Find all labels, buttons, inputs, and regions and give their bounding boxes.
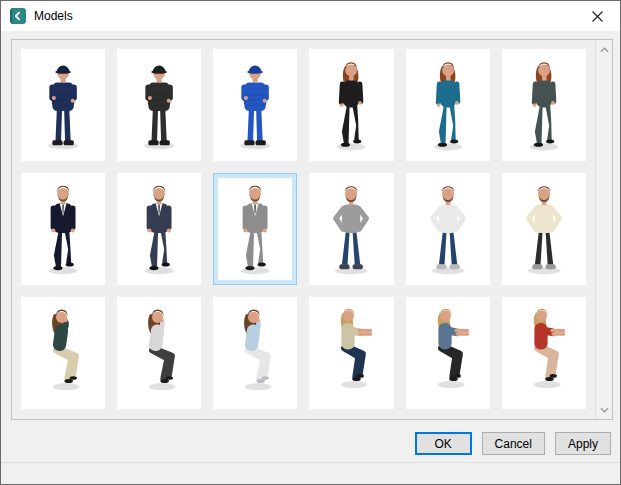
model-thumbnail-woman-sitting-teal-top[interactable]: [21, 297, 105, 409]
model-figure: [218, 54, 292, 156]
model-figure: [122, 54, 196, 156]
model-thumbnail-man-casual-white-sweater[interactable]: [406, 173, 490, 285]
scroll-down-icon[interactable]: [596, 401, 612, 418]
footer-divider: [1, 462, 620, 463]
model-grid: [12, 40, 595, 419]
model-figure: [411, 302, 485, 404]
model-thumbnail-man-suit-navy[interactable]: [117, 173, 201, 285]
scroll-up-icon[interactable]: [596, 41, 612, 58]
model-thumbnail-woman-sitting-beige-top[interactable]: [309, 297, 393, 409]
model-thumbnail-worker-coveralls-navy[interactable]: [21, 49, 105, 161]
model-figure: [26, 178, 100, 280]
model-thumbnail-woman-sitting-bluegray-top[interactable]: [406, 297, 490, 409]
model-figure: [122, 178, 196, 280]
model-thumbnail-worker-coveralls-black[interactable]: [117, 49, 201, 161]
model-figure: [507, 178, 581, 280]
model-figure: [314, 54, 388, 156]
model-thumbnail-woman-walking-slate[interactable]: [502, 49, 586, 161]
model-thumbnail-man-casual-cream-sweater[interactable]: [502, 173, 586, 285]
model-figure: [411, 178, 485, 280]
model-thumbnail-woman-sitting-blue-top[interactable]: [213, 297, 297, 409]
model-figure: [26, 302, 100, 404]
model-thumbnail-woman-walking-teal[interactable]: [406, 49, 490, 161]
model-figure: [507, 302, 581, 404]
model-figure: [26, 54, 100, 156]
dialog-title: Models: [34, 9, 73, 23]
model-thumbnail-woman-sitting-gray-top[interactable]: [117, 297, 201, 409]
model-figure: [218, 178, 292, 280]
model-figure: [314, 302, 388, 404]
model-figure: [411, 54, 485, 156]
apply-button[interactable]: Apply: [555, 432, 611, 455]
dialog-button-row: OK Cancel Apply: [415, 432, 611, 455]
vertical-scrollbar[interactable]: [595, 40, 612, 419]
model-figure: [314, 178, 388, 280]
model-thumbnail-woman-sitting-red-top[interactable]: [502, 297, 586, 409]
model-list-panel: [11, 39, 613, 420]
app-back-chevron-icon: [10, 8, 26, 24]
model-figure: [218, 302, 292, 404]
ok-button[interactable]: OK: [415, 432, 472, 455]
model-thumbnail-worker-coveralls-blue[interactable]: [213, 49, 297, 161]
model-thumbnail-woman-walking-black[interactable]: [309, 49, 393, 161]
model-figure: [122, 302, 196, 404]
model-figure: [507, 54, 581, 156]
close-button[interactable]: [575, 1, 620, 31]
model-thumbnail-man-casual-gray-sweater[interactable]: [309, 173, 393, 285]
titlebar: Models: [1, 1, 620, 31]
models-dialog: Models: [0, 0, 621, 485]
model-thumbnail-man-suit-gray[interactable]: [213, 173, 297, 285]
cancel-button[interactable]: Cancel: [482, 432, 545, 455]
model-thumbnail-man-suit-black[interactable]: [21, 173, 105, 285]
